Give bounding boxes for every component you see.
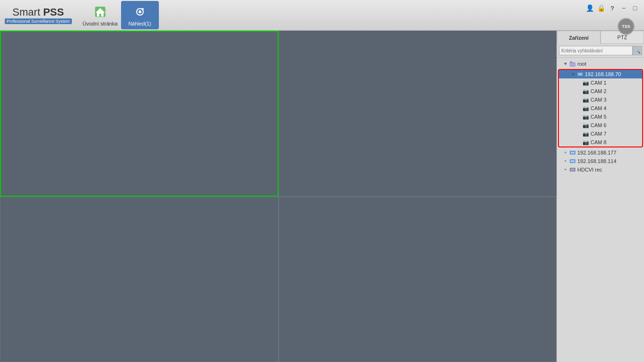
cam3-icon: 📷 <box>583 96 589 103</box>
tss-logo: TSS <box>618 18 635 35</box>
tree-node-cam8[interactable]: 📷 CAM 8 <box>559 138 642 147</box>
search-bar: 🔍 <box>557 44 644 58</box>
minimize-button[interactable]: − <box>619 4 628 12</box>
svg-rect-16 <box>571 152 574 154</box>
tab-devices[interactable]: Zařízení <box>557 31 600 44</box>
device-icon <box>577 71 583 78</box>
video-cell-bottom-left[interactable] <box>0 197 278 362</box>
tree-node-device2[interactable]: + 192.168.188.177 <box>557 148 644 157</box>
expand-device3-icon: + <box>563 158 568 164</box>
cam4-icon: 📷 <box>583 105 589 112</box>
device2-icon <box>569 149 576 156</box>
app-subtitle: Professional Surveillance System <box>5 18 72 24</box>
cam8-icon: 📷 <box>583 139 589 146</box>
cam4-label: CAM 4 <box>591 105 607 111</box>
lock-icon[interactable]: 🔒 <box>597 4 605 12</box>
svg-point-14 <box>581 74 582 75</box>
svg-rect-18 <box>571 160 574 162</box>
tree-node-cam3[interactable]: 📷 CAM 3 <box>559 95 642 104</box>
maximize-button[interactable]: □ <box>631 4 639 12</box>
titlebar: Smart PSS Professional Surveillance Syst… <box>0 0 644 31</box>
cam1-expand <box>576 80 582 86</box>
home-icon <box>93 4 108 19</box>
user-icon[interactable]: 👤 <box>585 4 594 12</box>
tree-highlight-section: ▼ 192.168.188.70 📷 CAM <box>558 69 643 147</box>
tree-node-cam5[interactable]: 📷 CAM 5 <box>559 112 642 121</box>
svg-rect-20 <box>571 169 574 171</box>
app-title-normal: Smart <box>12 6 43 18</box>
app-title-bold: PSS <box>43 6 64 18</box>
cam5-label: CAM 5 <box>591 114 607 120</box>
svg-rect-7 <box>570 61 573 63</box>
nav-preview-label: Náhled(1) <box>128 21 151 26</box>
window-controls: 👤 🔒 ? − □ TSS <box>585 4 639 12</box>
nav-home-label: Úvodní stránka <box>83 21 118 26</box>
device3-icon <box>569 158 576 164</box>
tree-node-device-ip[interactable]: ▼ 192.168.188.70 <box>559 70 642 78</box>
cam7-label: CAM 7 <box>591 131 607 137</box>
search-input[interactable] <box>559 46 633 55</box>
tree-node-root[interactable]: ▼ root <box>557 60 644 68</box>
cam5-icon: 📷 <box>583 113 589 120</box>
tree-node-cam7[interactable]: 📷 CAM 7 <box>559 129 642 138</box>
expand-root-icon: ▼ <box>563 61 568 67</box>
device2-label: 192.168.188.177 <box>577 150 617 155</box>
expand-device-icon: ▼ <box>570 71 576 77</box>
tree-node-cam1[interactable]: 📷 CAM 1 <box>559 78 642 87</box>
tree-node-cam6[interactable]: 📷 CAM 6 <box>559 121 642 129</box>
device3-label: 192.168.188.114 <box>577 158 617 164</box>
cam7-icon: 📷 <box>583 130 589 137</box>
expand-hdcvi-icon: + <box>563 167 568 172</box>
cam6-label: CAM 6 <box>591 122 607 128</box>
right-panel: Zařízení PTZ 🔍 ▼ <box>557 31 644 362</box>
cam2-icon: 📷 <box>583 88 589 95</box>
video-cell-top-right[interactable] <box>278 31 557 197</box>
cam2-label: CAM 2 <box>591 88 607 94</box>
hdcvi-icon <box>569 166 576 173</box>
tree-node-hdcvi[interactable]: + HDCVI rec <box>557 165 644 174</box>
svg-point-4 <box>139 10 141 13</box>
tree-node-cam2[interactable]: 📷 CAM 2 <box>559 87 642 95</box>
search-button[interactable]: 🔍 <box>633 46 642 55</box>
root-label: root <box>577 61 586 67</box>
root-folder-icon <box>569 60 576 67</box>
video-cell-top-left[interactable] <box>0 31 278 197</box>
video-grid <box>0 31 557 362</box>
tree-node-device3[interactable]: + 192.168.188.114 <box>557 157 644 165</box>
main-area: Zařízení PTZ 🔍 ▼ <box>0 31 644 362</box>
expand-device2-icon: + <box>563 150 568 155</box>
tree-node-cam4[interactable]: 📷 CAM 4 <box>559 104 642 112</box>
device-ip-label: 192.168.188.70 <box>585 71 621 77</box>
app-logo: Smart PSS Professional Surveillance Syst… <box>5 6 72 24</box>
video-cell-bottom-right[interactable] <box>278 197 557 362</box>
camera-icon <box>132 4 148 19</box>
cam8-label: CAM 8 <box>591 139 607 145</box>
nav-preview-button[interactable]: Náhled(1) <box>121 1 159 29</box>
svg-point-5 <box>142 8 144 10</box>
cam3-label: CAM 3 <box>591 97 607 103</box>
app-title: Smart PSS <box>12 6 64 18</box>
hdcvi-label: HDCVI rec <box>577 167 602 172</box>
cam1-label: CAM 1 <box>591 80 607 86</box>
nav-home-button[interactable]: Úvodní stránka <box>81 1 119 29</box>
device-tree: ▼ root ▼ <box>557 58 644 362</box>
cam1-icon: 📷 <box>583 79 589 86</box>
cam6-icon: 📷 <box>583 122 589 129</box>
help-icon[interactable]: ? <box>608 4 617 12</box>
